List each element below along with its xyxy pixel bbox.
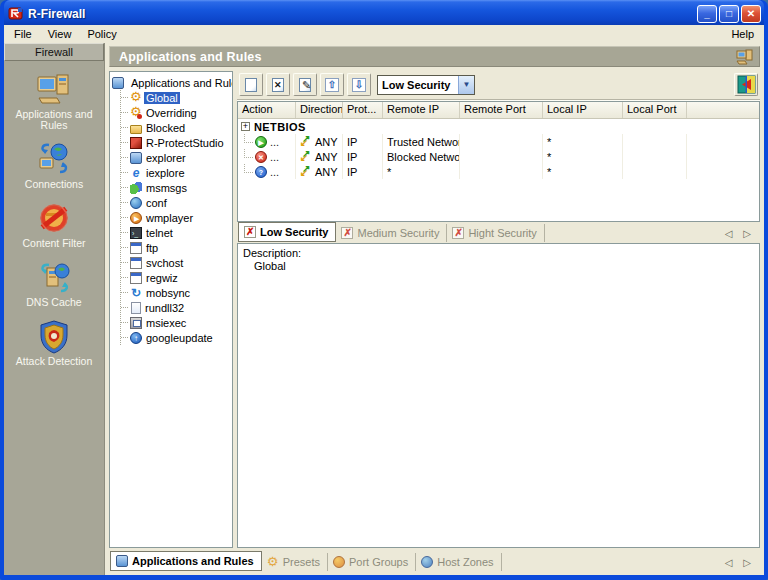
- tree-connector: [121, 322, 128, 323]
- window-icon: [130, 257, 142, 269]
- direction-arrows-icon: [300, 166, 313, 178]
- tab-low-security[interactable]: Low Security: [238, 222, 336, 242]
- tree-item-ftp[interactable]: ftp: [121, 240, 230, 255]
- applications-icon: [34, 72, 74, 108]
- maximize-button[interactable]: □: [719, 5, 739, 23]
- tree-item-blocked[interactable]: Blocked: [121, 120, 230, 135]
- column-header-action[interactable]: Action: [238, 102, 296, 118]
- direction-cell: ANY: [296, 164, 343, 179]
- tree-item-msiexec[interactable]: msiexec: [121, 315, 230, 330]
- sidebar-item-label: Content Filter: [22, 238, 85, 249]
- tree-item-rundll32[interactable]: rundll32: [121, 300, 230, 315]
- action-cell: ?...: [238, 164, 296, 179]
- rules-icon: [452, 227, 464, 239]
- tree-connector: [121, 337, 128, 338]
- security-level-value: Low Security: [378, 79, 458, 91]
- column-header-local-port[interactable]: Local Port: [623, 102, 687, 118]
- block-icon: ✕: [255, 151, 267, 163]
- tab-scroll-arrows[interactable]: ◁ ▷: [725, 557, 759, 571]
- close-button[interactable]: ✕: [741, 5, 761, 23]
- tree-item-r-protectstudio[interactable]: R-ProtectStudio: [121, 135, 230, 150]
- sidebar-item-applications-and-rules[interactable]: Applications and Rules: [4, 72, 104, 131]
- column-header-remote-ip[interactable]: Remote IP: [383, 102, 460, 118]
- tree-connector: [121, 142, 128, 143]
- tree-root-item[interactable]: Applications and Rules: [112, 75, 230, 90]
- sidebar-item-attack-detection[interactable]: Attack Detection: [4, 319, 104, 367]
- menu-policy[interactable]: Policy: [79, 27, 124, 41]
- sidebar-item-label: Applications and Rules: [4, 109, 104, 131]
- tree-item-wmplayer[interactable]: wmplayer: [121, 210, 230, 225]
- sidebar-item-connections[interactable]: Connections: [4, 142, 104, 190]
- app-logo-icon: [8, 6, 23, 21]
- tree-item-mobsync[interactable]: mobsync: [121, 285, 230, 300]
- tree-item-telnet[interactable]: telnet: [121, 225, 230, 240]
- local-ip-cell: *: [543, 134, 623, 149]
- local-ip-cell: *: [543, 149, 623, 164]
- bottom-tab-host-zones[interactable]: Host Zones: [416, 553, 501, 571]
- content-area: Applications and Rules Applications and …: [105, 43, 764, 575]
- security-level-dropdown[interactable]: Low Security ▼: [377, 75, 475, 95]
- move-up-button[interactable]: ⇧: [320, 73, 344, 96]
- allow-icon: ▶: [255, 136, 267, 148]
- bottom-tab-applications-and-rules[interactable]: Applications and Rules: [110, 551, 262, 571]
- tab-label: Medium Security: [357, 227, 439, 239]
- tree-item-label: rundll32: [143, 302, 186, 314]
- monitor-icon: [116, 555, 128, 567]
- tree-item-label: mobsync: [144, 287, 192, 299]
- column-header-prot[interactable]: Prot...: [343, 102, 383, 118]
- action-label: ...: [270, 151, 279, 163]
- tree-item-regwiz[interactable]: regwiz: [121, 270, 230, 285]
- tab-label: Hight Security: [468, 227, 536, 239]
- connections-icon: [34, 142, 74, 178]
- sidebar-item-content-filter[interactable]: Content Filter: [4, 201, 104, 249]
- minimize-button[interactable]: _: [697, 5, 717, 23]
- tree-item-overriding[interactable]: Overriding: [121, 105, 230, 120]
- bottom-tab-port-groups[interactable]: Port Groups: [328, 553, 416, 571]
- rule-group-row[interactable]: + NETBIOS: [238, 119, 759, 134]
- rule-row-allow[interactable]: ▶...ANYIPTrusted Networ...*: [238, 134, 759, 149]
- tree-item-msmsgs[interactable]: msmsgs: [121, 180, 230, 195]
- tree-item-conf[interactable]: conf: [121, 195, 230, 210]
- menu-file[interactable]: File: [6, 27, 40, 41]
- direction-arrows-icon: [300, 136, 313, 148]
- remote-port-cell: [460, 164, 543, 179]
- bottom-tab-label: Host Zones: [437, 556, 493, 568]
- direction-cell: ANY: [296, 134, 343, 149]
- attack-detection-icon: [34, 319, 74, 355]
- expand-icon[interactable]: +: [241, 122, 250, 131]
- remote-ip-cell: Trusted Networ...: [383, 134, 460, 149]
- rule-row-ask[interactable]: ?...ANYIP**: [238, 164, 759, 179]
- bottom-tab-presets[interactable]: Presets: [262, 553, 328, 571]
- menu-view[interactable]: View: [40, 27, 80, 41]
- direction-cell: ANY: [296, 149, 343, 164]
- action-cell: ▶...: [238, 134, 296, 149]
- tree-item-iexplore[interactable]: iexplore: [121, 165, 230, 180]
- player-icon: [130, 212, 142, 224]
- tree-connector: [121, 232, 128, 233]
- rule-row-block[interactable]: ✕...ANYIPBlocked Networ...*: [238, 149, 759, 164]
- edit-rule-button[interactable]: [293, 73, 317, 96]
- move-down-button[interactable]: ⇩: [347, 73, 371, 96]
- globe-icon: [421, 556, 433, 568]
- protocol-cell: IP: [343, 134, 383, 149]
- direction-arrows-icon: [300, 151, 313, 163]
- menu-help[interactable]: Help: [723, 27, 762, 41]
- column-header-local-ip[interactable]: Local IP: [543, 102, 623, 118]
- sidebar-item-dns-cache[interactable]: DNS Cache: [4, 260, 104, 308]
- tree-item-explorer[interactable]: explorer: [121, 150, 230, 165]
- column-header-direction[interactable]: Direction: [296, 102, 343, 118]
- security-tabs: Low SecurityMedium SecurityHight Securit…: [237, 222, 760, 242]
- firewall-status-button[interactable]: [734, 73, 758, 96]
- tree-item-googleupdate[interactable]: googleupdate: [121, 330, 230, 345]
- description-value: Global: [254, 260, 754, 272]
- new-rule-button[interactable]: [239, 73, 263, 96]
- tree-connector: [121, 187, 128, 188]
- tab-scroll-arrows[interactable]: ◁ ▷: [725, 228, 759, 242]
- tab-medium-security[interactable]: Medium Security: [336, 224, 447, 242]
- tree-root-label: Applications and Rules: [129, 77, 233, 89]
- tree-item-svchost[interactable]: svchost: [121, 255, 230, 270]
- delete-rule-button[interactable]: [266, 73, 290, 96]
- tree-item-global[interactable]: Global: [121, 90, 230, 105]
- tab-hight-security[interactable]: Hight Security: [447, 224, 544, 242]
- column-header-remote-port[interactable]: Remote Port: [460, 102, 543, 118]
